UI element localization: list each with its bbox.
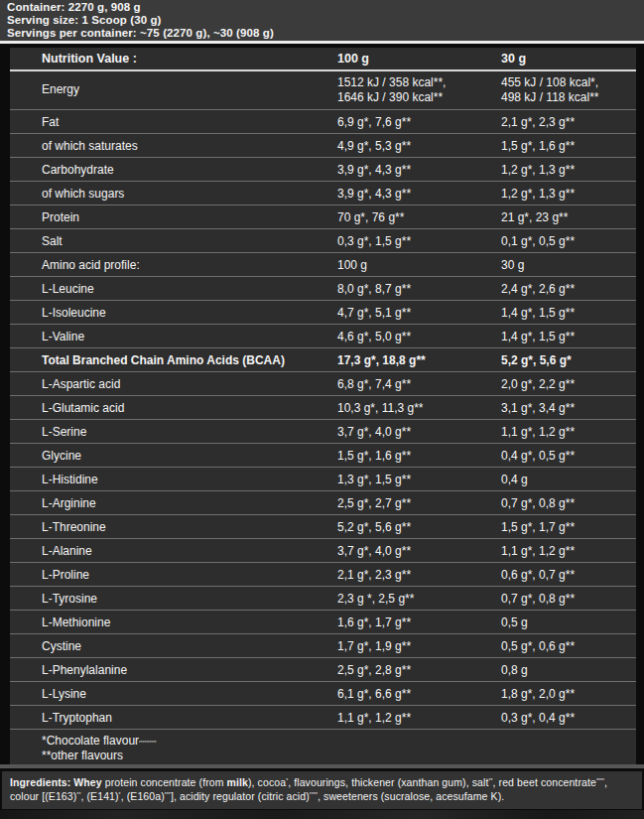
row-value-30g: 0,1 g*, 0,5 g** [501,234,636,248]
table-row: L-Methionine1,6 g*, 1,7 g**0,5 g [10,610,636,633]
row-value-100g: 5,2 g*, 5,6 g** [337,520,501,534]
row-value-100g: 2,1 g*, 2,3 g** [337,568,501,582]
nutrition-value-header: Nutrition Value : [10,52,337,66]
row-value-30g: 2,1 g*, 2,3 g** [501,115,636,129]
row-label: Cystine [10,639,337,653]
footnote-chocolate: *Chocolate flavour********** [42,735,636,750]
energy-30g-line2: 498 kJ / 118 kcal** [501,90,636,105]
table-row: L-Isoleucine4,7 g*, 5,1 g**1,4 g*, 1,5 g… [10,300,636,324]
row-value-100g: 1,5 g*, 1,6 g** [337,449,501,463]
table-row: L-Valine4,6 g*, 5,0 g**1,4 g*, 1,5 g** [10,324,636,347]
row-value-30g: 0,8 g [501,663,636,677]
table-row: L-Threonine5,2 g*, 5,6 g**1,5 g*, 1,7 g*… [10,514,636,538]
row-label: L-Histidine [10,473,337,486]
row-value-30g: 0,5 g*, 0,6 g** [501,639,636,653]
ingredient-segment: **** [310,791,318,797]
row-label: L-Tyrosine [10,592,337,606]
row-value-100g: 0,3 g*, 1,5 g** [337,234,501,248]
table-row: L-Tryptophan1,1 g*, 1,2 g**0,3 g*, 0,4 g… [10,705,636,729]
table-row: Carbohydrate3,9 g*, 4,3 g**1,2 g*, 1,3 g… [10,157,636,181]
row-value-100g: 1,1 g*, 1,2 g** [337,711,501,725]
ingredient-segment: , flavourings, thickener (xanthan gum), … [288,776,488,788]
table-header-row: Nutrition Value : 100 g 30 g [10,48,636,71]
nutrition-table: Nutrition Value : 100 g 30 g Energy 1512… [10,48,636,764]
row-value-30g: 0,3 g*, 0,4 g** [501,711,636,725]
row-value-30g: 1,5 g*, 1,7 g** [501,520,636,534]
energy-value-100g: 1512 kJ / 358 kcal**, 1646 kJ / 390 kcal… [337,75,501,105]
row-label: Glycine [10,449,337,463]
row-value-30g: 21 g*, 23 g** [501,210,636,224]
row-label: L-Methionine [10,615,337,629]
nutrition-rows: Fat6,9 g*, 7,6 g**2,1 g*, 2,3 g**of whic… [10,109,636,729]
row-value-100g: 4,7 g*, 5,1 g** [337,306,501,320]
row-value-30g: 2,0 g*, 2,2 g** [501,377,636,391]
row-value-100g: 3,7 g*, 4,0 g** [337,425,501,439]
row-value-100g: 1,7 g*, 1,9 g** [337,639,501,653]
row-value-30g: 1,1 g*, 1,2 g** [501,425,636,439]
energy-row: Energy 1512 kJ / 358 kcal**, 1646 kJ / 3… [10,71,636,109]
ingredient-segment: Ingredients: [10,776,73,788]
footnote-other-flavours: **other flavours [42,750,636,762]
row-value-30g: 1,2 g*, 1,3 g** [501,163,636,177]
ingredient-segment: , sweeteners (sucralose, acesufame K). [318,790,504,802]
table-row: Cystine1,7 g*, 1,9 g**0,5 g*, 0,6 g** [10,633,636,657]
row-label: Amino acid profile: [10,258,337,272]
table-row: Salt0,3 g*, 1,5 g**0,1 g*, 0,5 g** [10,228,636,252]
ingredient-segment: ), cocoa [248,776,286,788]
table-row: L-Tyrosine2,3 g *, 2,5 g**0,7 g*, 0,8 g*… [10,586,636,610]
footnote-fineprint: ********** [139,741,157,746]
table-row: Glycine1,5 g*, 1,6 g**0,4 g*, 0,5 g** [10,443,636,467]
ingredient-segment: , (E141) [80,790,118,802]
row-value-30g: 30 g [501,258,636,272]
column-header-100g: 100 g [337,52,501,66]
row-value-100g: 70 g*, 76 g** [337,210,501,224]
footnotes: *Chocolate flavour********** **other fla… [10,729,636,764]
row-value-100g: 1,6 g*, 1,7 g** [337,615,501,629]
table-row: L-Leucine8,0 g*, 8,7 g**2,4 g*, 2,6 g** [10,276,636,300]
table-row: Amino acid profile:100 g30 g [10,252,636,276]
ingredient-segment: milk [227,776,248,788]
table-row: L-Histidine1,3 g*, 1,5 g**0,4 g [10,467,636,490]
row-value-30g: 1,2 g*, 1,3 g** [501,187,636,201]
photo-edge-strip [0,809,644,819]
column-header-30g: 30 g [501,52,636,66]
ingredients-section: Ingredients: Whey protein concentrate (f… [2,771,642,809]
serving-info-bar: Container: 2270 g, 908 g Serving size: 1… [0,0,644,41]
row-label: Energy [10,75,337,96]
row-label: L-Arginine [10,496,337,510]
row-value-100g: 8,0 g*, 8,7 g** [337,282,501,296]
row-label: L-Valine [10,330,337,343]
row-value-100g: 2,5 g*, 2,7 g** [337,496,501,510]
row-label: Carbohydrate [10,163,337,177]
table-row: L-Glutamic acid10,3 g*, 11,3 g**3,1 g*, … [10,395,636,419]
ingredient-segment: protein concentrate (from [102,776,227,788]
footnote-chocolate-text: *Chocolate flavour [42,734,139,748]
row-value-100g: 2,3 g *, 2,5 g** [337,592,501,606]
row-value-30g: 0,7 g*, 0,8 g** [501,592,636,606]
row-label: L-Isoleucine [10,306,337,320]
row-value-30g: 0,4 g [501,473,636,486]
row-value-30g: 1,8 g*, 2,0 g** [501,687,636,701]
ingredient-segment: , red beet concentrate [493,776,596,788]
energy-100g-line2: 1646 kJ / 390 kcal** [337,90,501,105]
energy-value-30g: 455 kJ / 108 kcal*, 498 kJ / 118 kcal** [501,75,636,105]
row-label: L-Alanine [10,544,337,558]
row-value-100g: 6,9 g*, 7,6 g** [337,115,501,129]
table-row: Total Branched Chain Amino Acids (BCAA)1… [10,347,636,371]
row-label: L-Tryptophan [10,711,337,725]
row-value-30g: 0,6 g*, 0,7 g** [501,568,636,582]
row-value-30g: 1,4 g*, 1,5 g** [501,306,636,320]
table-row: L-Phenylalanine2,5 g*, 2,8 g**0,8 g [10,657,636,681]
row-value-100g: 6,1 g*, 6,6 g** [337,687,501,701]
ingredient-segment: , (E160a) [121,790,165,802]
row-label: Fat [10,115,337,129]
row-value-30g: 0,5 g [501,615,636,629]
table-row: L-Aspartic acid6,8 g*, 7,4 g**2,0 g*, 2,… [10,371,636,395]
table-row: L-Lysine6,1 g*, 6,6 g**1,8 g*, 2,0 g** [10,681,636,705]
row-label: of which saturates [10,139,337,153]
row-label: L-Leucine [10,282,337,296]
row-value-30g: 1,5 g*, 1,6 g** [501,139,636,153]
row-label: L-Lysine [10,687,337,701]
row-value-100g: 4,9 g*, 5,3 g** [337,139,501,153]
table-row: of which saturates4,9 g*, 5,3 g**1,5 g*,… [10,133,636,157]
